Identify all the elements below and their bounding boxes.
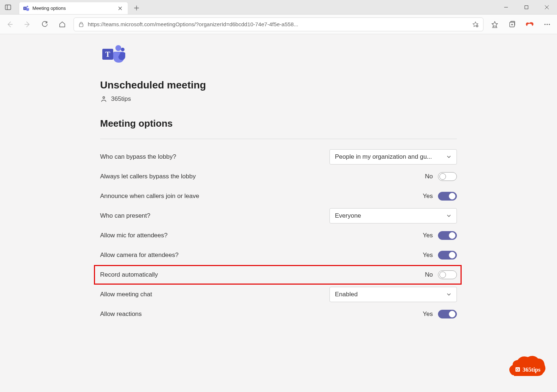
organizer-row: 365tips [100,95,457,103]
record-automatically-toggle[interactable] [438,270,457,279]
new-tab-button[interactable] [130,2,143,14]
option-record-automatically: Record automatically No [94,265,462,285]
teams-favicon: T [23,5,29,12]
window-controls [496,0,557,14]
select-value: People in my organization and gu... [335,153,432,161]
toggle-state-text: Yes [423,232,433,239]
watermark-365tips: O 365tips [507,353,547,382]
person-icon [100,95,107,103]
option-allow-chat: Allow meeting chat Enabled [100,285,457,304]
allow-reactions-toggle[interactable] [438,310,457,318]
allow-chat-select[interactable]: Enabled [329,287,457,302]
teams-logo: T [100,44,457,65]
option-callers-bypass: Always let callers bypass the lobby No [100,167,457,186]
toggle-state-text: Yes [423,252,433,259]
option-bypass-lobby: Who can bypass the lobby? People in my o… [100,147,457,167]
site-info-icon[interactable] [78,21,84,27]
chevron-down-icon [446,292,451,297]
option-allow-camera: Allow camera for attendees? Yes [100,245,457,265]
select-value: Enabled [335,291,357,298]
svg-rect-10 [525,6,528,9]
nav-back-button[interactable] [4,18,16,31]
option-label: Announce when callers join or leave [100,193,329,200]
address-bar[interactable]: https://teams.microsoft.com/meetingOptio… [74,17,483,31]
svg-marker-20 [492,21,498,27]
tab-actions-icon[interactable] [0,0,16,14]
browser-tab-active[interactable]: T Meeting options [19,2,128,14]
select-value: Everyone [335,212,361,219]
option-label: Allow mic for attendees? [100,232,329,239]
badge-text: 365tips [523,367,541,373]
svg-point-4 [27,5,28,7]
refresh-button[interactable] [39,18,51,31]
option-who-present: Who can present? Everyone [100,206,457,226]
bypass-lobby-select[interactable]: People in my organization and gu... [329,149,457,165]
chevron-down-icon [446,154,451,159]
chevron-down-icon [446,213,451,218]
option-allow-mic: Allow mic for attendees? Yes [100,226,457,245]
toggle-state-text: No [423,271,433,278]
allow-mic-toggle[interactable] [438,231,457,240]
nav-forward-button[interactable] [21,18,33,31]
page-viewport[interactable]: T Unscheduled meeting 365tips Meeting op… [0,34,557,392]
window-minimize-button[interactable] [496,0,516,15]
option-label: Allow meeting chat [100,291,329,298]
svg-point-27 [546,24,548,25]
favorite-star-icon[interactable] [472,21,479,28]
meeting-options-page: T Unscheduled meeting 365tips Meeting op… [100,34,457,368]
option-allow-reactions: Allow reactions Yes [100,304,457,324]
svg-rect-0 [5,5,11,9]
toggle-state-text: No [423,173,433,180]
option-announce-callers: Announce when callers join or leave Yes [100,186,457,206]
option-label: Record automatically [100,271,329,278]
meeting-title: Unscheduled meeting [100,79,457,91]
tab-strip: T Meeting options [16,0,496,14]
window-titlebar: T Meeting options [0,0,557,15]
toggle-state-text: Yes [423,193,433,200]
allow-camera-toggle[interactable] [438,251,457,260]
browser-toolbar: https://teams.microsoft.com/meetingOptio… [0,15,557,34]
favorites-hub-icon[interactable] [489,18,501,31]
tab-close-icon[interactable] [116,4,124,12]
svg-rect-15 [79,24,83,27]
svg-rect-25 [528,24,532,25]
svg-point-29 [115,45,121,51]
section-title: Meeting options [100,118,457,139]
svg-text:T: T [105,50,110,58]
svg-point-33 [103,97,105,99]
tab-title: Meeting options [32,5,113,11]
svg-point-30 [121,48,125,51]
window-close-button[interactable] [537,0,557,15]
profile-icon[interactable] [524,18,536,31]
announce-callers-toggle[interactable] [438,192,457,201]
window-maximize-button[interactable] [516,0,537,15]
home-button[interactable] [56,18,68,31]
more-menu-icon[interactable] [541,18,553,31]
option-label: Always let callers bypass the lobby [100,173,329,180]
toggle-state-text: Yes [423,310,433,318]
svg-point-28 [549,24,550,25]
who-present-select[interactable]: Everyone [329,208,457,223]
option-label: Who can bypass the lobby? [100,153,329,161]
url-text: https://teams.microsoft.com/meetingOptio… [88,21,469,27]
option-label: Allow reactions [100,310,329,318]
svg-text:T: T [24,7,26,9]
option-label: Allow camera for attendees? [100,252,329,259]
option-label: Who can present? [100,212,329,219]
svg-point-26 [544,24,545,25]
callers-bypass-toggle[interactable] [438,172,457,181]
organizer-name: 365tips [111,95,131,103]
collections-icon[interactable] [506,18,518,31]
svg-text:O: O [516,368,519,372]
